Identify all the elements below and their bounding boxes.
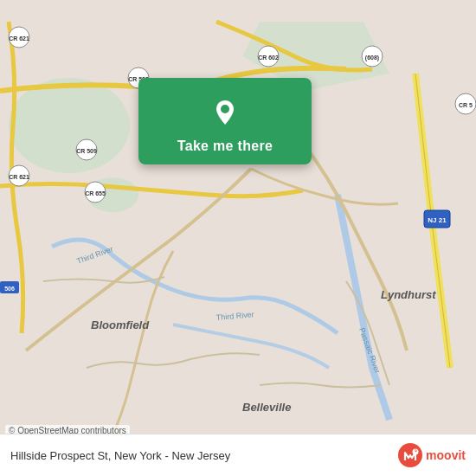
bottom-bar: Hillside Prospect St, New York - New Jer… xyxy=(0,434,476,476)
map-roads-svg: CR 621 CR 509 CR 602 (608) CR 509 CR 621… xyxy=(0,0,476,476)
map-container: CR 621 CR 509 CR 602 (608) CR 509 CR 621… xyxy=(0,0,476,476)
svg-text:506: 506 xyxy=(4,286,15,292)
svg-text:CR 621: CR 621 xyxy=(9,174,29,180)
svg-text:Third River: Third River xyxy=(215,310,254,322)
moovit-brand-text: moovit xyxy=(426,448,466,462)
moovit-logo-icon xyxy=(398,443,422,467)
svg-text:CR 602: CR 602 xyxy=(258,55,279,61)
svg-text:NJ 21: NJ 21 xyxy=(428,216,447,224)
moovit-logo: moovit xyxy=(398,443,466,467)
svg-text:Bloomfield: Bloomfield xyxy=(91,318,150,331)
svg-text:CR 655: CR 655 xyxy=(85,190,106,196)
location-card: Take me there xyxy=(138,78,312,164)
svg-text:(608): (608) xyxy=(365,55,379,61)
address-label: Hillside Prospect St, New York - New Jer… xyxy=(10,449,230,462)
svg-text:Belleville: Belleville xyxy=(242,401,291,414)
svg-point-30 xyxy=(221,105,229,113)
take-me-there-button[interactable]: Take me there xyxy=(177,138,273,154)
svg-text:CR 621: CR 621 xyxy=(9,35,29,42)
svg-text:Third River: Third River xyxy=(75,244,114,265)
location-pin-icon xyxy=(206,93,244,132)
svg-point-0 xyxy=(9,78,130,173)
svg-text:CR 509: CR 509 xyxy=(76,148,97,154)
svg-text:Lyndhurst: Lyndhurst xyxy=(381,288,436,301)
svg-text:CR 5: CR 5 xyxy=(459,102,473,108)
